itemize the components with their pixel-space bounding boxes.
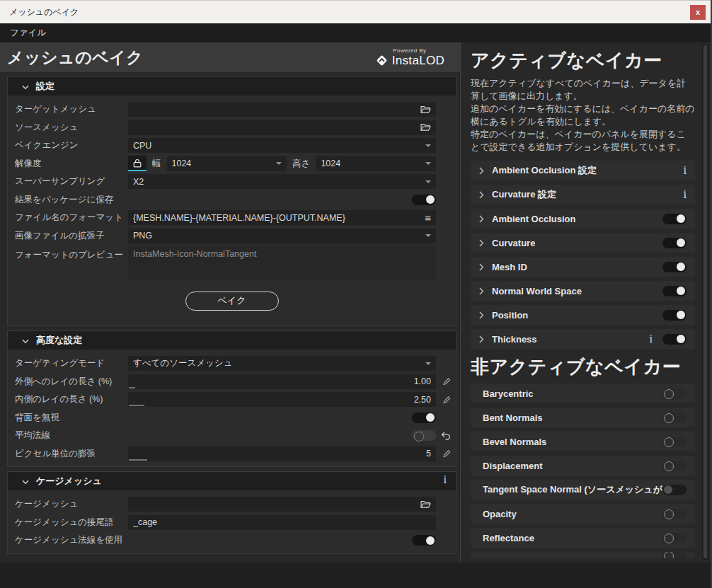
slider-fill bbox=[129, 405, 144, 406]
baker-toggle[interactable] bbox=[662, 286, 687, 296]
baker-row-ambient-occlusion[interactable]: Ambient Occlusion bbox=[471, 209, 695, 229]
baker-toggle[interactable] bbox=[662, 437, 687, 447]
folder-icon[interactable] bbox=[420, 500, 431, 509]
baker-row-opacity[interactable]: Opacity bbox=[471, 504, 695, 524]
baker-row-reflectance[interactable]: Reflectance bbox=[471, 528, 695, 548]
baker-row-curvature-settings[interactable]: Curvature 設定 i bbox=[471, 185, 695, 204]
baker-row-bevel-normals[interactable]: Bevel Normals bbox=[471, 432, 695, 451]
bake-engine-dropdown[interactable]: CPU bbox=[128, 138, 436, 153]
pixel-dilation-row: ピクセル単位の膨張 5 bbox=[8, 445, 456, 463]
settings-section-header[interactable]: 設定 bbox=[8, 77, 456, 96]
baker-row-thickness[interactable]: Thickness i bbox=[471, 329, 695, 349]
height-dropdown[interactable]: 1024 bbox=[316, 156, 436, 171]
baker-row-normal-world-space[interactable]: Normal World Space bbox=[471, 281, 695, 301]
image-ext-dropdown[interactable]: PNG bbox=[128, 229, 436, 243]
mesh-bake-window: メッシュのベイク x ファイル メッシュのベイク Powered By Inst… bbox=[0, 0, 712, 588]
source-mesh-row: ソースメッシュ bbox=[8, 119, 456, 137]
baker-toggle[interactable] bbox=[662, 485, 687, 495]
cage-suffix-row: ケージメッシュの接尾語 _cage bbox=[8, 514, 456, 532]
info-icon[interactable]: i bbox=[650, 334, 653, 344]
baker-row-ambient-occlusion-settings[interactable]: Ambient Occlusion 設定 i bbox=[471, 161, 695, 180]
cage-normals-toggle[interactable] bbox=[412, 535, 436, 546]
pencil-icon[interactable] bbox=[443, 378, 451, 386]
filename-format-input[interactable]: {MESH.NAME}-{MATERIAL.NAME}-{OUTPUT.NAME… bbox=[128, 210, 436, 225]
pencil-icon[interactable] bbox=[443, 396, 451, 403]
chevron-right-icon[interactable] bbox=[479, 263, 484, 271]
baker-row-position[interactable]: Position bbox=[471, 305, 695, 325]
baker-toggle[interactable] bbox=[662, 238, 687, 248]
chevron-right-icon[interactable] bbox=[479, 167, 484, 175]
save-package-toggle[interactable] bbox=[412, 195, 436, 205]
chevron-right-icon[interactable] bbox=[479, 287, 484, 295]
active-bakers-title: アクティブなベイカー bbox=[471, 48, 695, 73]
baker-toggle[interactable] bbox=[662, 461, 687, 471]
baker-row-barycentric[interactable]: Barycentric bbox=[471, 384, 695, 403]
baker-label: Mesh ID bbox=[492, 262, 527, 272]
menu-icon[interactable]: ≡ bbox=[425, 212, 431, 223]
ignore-backface-row: 背面を無視 bbox=[8, 409, 456, 427]
baker-toggle[interactable] bbox=[662, 310, 687, 321]
baker-label: Opacity bbox=[483, 509, 517, 519]
baker-toggle[interactable] bbox=[662, 552, 687, 558]
cage-section-header[interactable]: ケージメッシュ i bbox=[8, 472, 456, 490]
info-icon[interactable]: i bbox=[444, 475, 447, 485]
titlebar[interactable]: メッシュのベイク x bbox=[0, 0, 711, 23]
average-normals-label: 平均法線 bbox=[15, 430, 128, 442]
supersampling-dropdown[interactable]: X2 bbox=[128, 174, 436, 189]
chevron-down-icon[interactable] bbox=[22, 85, 29, 90]
pencil-icon[interactable] bbox=[443, 450, 451, 458]
resolution-lock-button[interactable] bbox=[128, 156, 147, 171]
page-title: メッシュのベイク bbox=[7, 47, 143, 69]
source-mesh-input[interactable] bbox=[128, 120, 436, 135]
targeting-mode-dropdown[interactable]: すべてのソースメッシュ bbox=[128, 356, 436, 371]
bake-button[interactable]: ベイク bbox=[185, 292, 279, 311]
ray-in-slider[interactable]: 2.50 bbox=[128, 392, 436, 407]
baker-toggle[interactable] bbox=[662, 334, 687, 345]
baker-toggle[interactable] bbox=[662, 509, 687, 519]
average-normals-toggle[interactable] bbox=[412, 430, 436, 441]
folder-icon[interactable] bbox=[420, 123, 431, 132]
supersampling-row: スーパーサンプリング X2 bbox=[8, 173, 456, 191]
cage-suffix-input[interactable]: _cage bbox=[128, 515, 436, 530]
chevron-right-icon[interactable] bbox=[479, 335, 484, 343]
undo-icon[interactable] bbox=[441, 432, 451, 440]
folder-icon[interactable] bbox=[420, 105, 431, 114]
chevron-right-icon[interactable] bbox=[479, 191, 484, 199]
baker-row-bent-normals[interactable]: Bent Normals bbox=[471, 408, 695, 427]
baker-toggle[interactable] bbox=[662, 533, 687, 543]
pixel-dilation-slider[interactable]: 5 bbox=[128, 446, 436, 461]
scrollbar[interactable] bbox=[702, 44, 708, 560]
baker-row-partial[interactable] bbox=[471, 552, 695, 558]
baker-row-mesh-id[interactable]: Mesh ID bbox=[471, 257, 695, 277]
inactive-bakers-title: 非アクティブなベイカー bbox=[471, 354, 695, 379]
chevron-down-icon[interactable] bbox=[22, 480, 29, 485]
baker-toggle[interactable] bbox=[662, 413, 687, 423]
settings-section: 設定 ターゲットメッシュ ソ bbox=[7, 76, 457, 326]
scrollbar-thumb[interactable] bbox=[704, 45, 707, 558]
baker-toggle[interactable] bbox=[662, 388, 687, 399]
chevron-down-icon[interactable] bbox=[22, 339, 29, 344]
width-label: 幅 bbox=[147, 158, 167, 170]
cage-mesh-input[interactable] bbox=[128, 497, 436, 512]
info-icon[interactable]: i bbox=[684, 190, 687, 200]
baker-toggle[interactable] bbox=[662, 262, 687, 272]
info-icon[interactable]: i bbox=[684, 166, 687, 175]
baker-row-curvature[interactable]: Curvature bbox=[471, 233, 695, 253]
ray-out-slider[interactable]: 1.00 bbox=[128, 374, 436, 389]
target-mesh-input[interactable] bbox=[128, 102, 436, 117]
cage-section-title: ケージメッシュ bbox=[36, 475, 102, 488]
menu-file[interactable]: ファイル bbox=[10, 27, 46, 39]
chevron-right-icon[interactable] bbox=[479, 215, 484, 223]
chevron-right-icon[interactable] bbox=[479, 311, 484, 319]
width-dropdown[interactable]: 1024 bbox=[167, 156, 287, 171]
close-button[interactable]: x bbox=[690, 5, 706, 20]
ignore-backface-toggle[interactable] bbox=[412, 413, 436, 423]
filename-format-label: ファイル名のフォーマット bbox=[15, 212, 128, 224]
baker-row-displacement[interactable]: Displacement bbox=[471, 456, 695, 475]
content: メッシュのベイク Powered By InstaLOD bbox=[0, 42, 711, 563]
baker-row-tangent-space-normal[interactable]: Tangent Space Normal (ソースメッシュが必要) bbox=[471, 480, 695, 500]
chevron-right-icon[interactable] bbox=[479, 239, 484, 247]
baker-toggle[interactable] bbox=[662, 214, 687, 224]
image-ext-label: 画像ファイルの拡張子 bbox=[15, 230, 128, 242]
advanced-section-header[interactable]: 高度な設定 bbox=[8, 331, 456, 350]
